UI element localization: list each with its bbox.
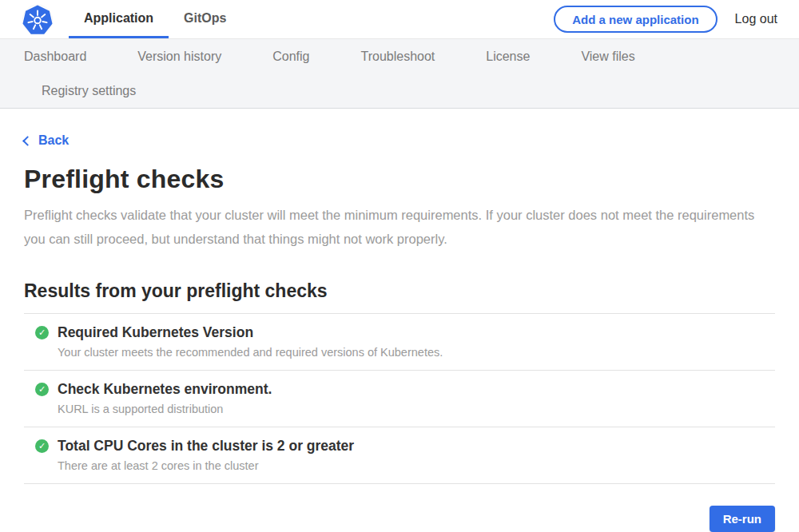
top-nav-right: Add a new application Log out bbox=[554, 0, 779, 38]
subnav-item-version-history[interactable]: Version history bbox=[137, 39, 221, 73]
tab-gitops[interactable]: GitOps bbox=[169, 0, 241, 38]
check-passed-icon: ✓ bbox=[35, 439, 49, 453]
check-item-title: Required Kubernetes Version bbox=[58, 324, 253, 341]
subnav-item-dashboard[interactable]: Dashboard bbox=[24, 39, 86, 73]
check-item-kubernetes-version: ✓ Required Kubernetes Version Your clust… bbox=[24, 313, 775, 370]
check-item-header: ✓ Required Kubernetes Version bbox=[35, 324, 775, 341]
check-passed-icon: ✓ bbox=[35, 326, 49, 339]
subnav-item-config[interactable]: Config bbox=[272, 39, 309, 73]
back-link[interactable]: Back bbox=[24, 133, 69, 148]
subnav-item-registry-settings[interactable]: Registry settings bbox=[42, 73, 136, 108]
tab-application[interactable]: Application bbox=[69, 0, 169, 38]
check-item-title: Total CPU Cores in the cluster is 2 or g… bbox=[58, 438, 354, 455]
check-item-detail: There are at least 2 cores in the cluste… bbox=[58, 459, 775, 472]
check-item-header: ✓ Total CPU Cores in the cluster is 2 or… bbox=[35, 438, 775, 455]
check-item-title: Check Kubernetes environment. bbox=[58, 381, 272, 398]
preflight-check-list: ✓ Required Kubernetes Version Your clust… bbox=[24, 313, 775, 484]
footer-actions: Re-run bbox=[24, 506, 775, 532]
add-new-application-button[interactable]: Add a new application bbox=[554, 6, 717, 33]
app-sub-navigation: Dashboard Version history Config Trouble… bbox=[0, 39, 799, 109]
results-heading: Results from your preflight checks bbox=[24, 280, 775, 302]
logout-link[interactable]: Log out bbox=[733, 12, 779, 26]
check-passed-icon: ✓ bbox=[35, 383, 49, 396]
check-item-cpu-cores: ✓ Total CPU Cores in the cluster is 2 or… bbox=[24, 427, 775, 484]
subnav-item-troubleshoot[interactable]: Troubleshoot bbox=[360, 39, 435, 73]
page-description: Preflight checks validate that your clus… bbox=[24, 203, 757, 251]
subnav-item-license[interactable]: License bbox=[486, 39, 530, 73]
main-content: Back Preflight checks Preflight checks v… bbox=[0, 109, 799, 532]
page-title: Preflight checks bbox=[24, 165, 775, 194]
chevron-left-icon bbox=[22, 136, 33, 146]
check-item-detail: KURL is a supported distribution bbox=[58, 403, 775, 415]
subnav-item-view-files[interactable]: View files bbox=[581, 39, 634, 73]
check-item-detail: Your cluster meets the recommended and r… bbox=[58, 346, 775, 359]
kubernetes-logo-icon bbox=[22, 4, 53, 34]
check-item-header: ✓ Check Kubernetes environment. bbox=[35, 381, 775, 398]
top-navigation-bar: Application GitOps Add a new application… bbox=[0, 0, 799, 39]
rerun-button[interactable]: Re-run bbox=[710, 506, 775, 532]
kubernetes-logo bbox=[22, 0, 53, 38]
back-link-label: Back bbox=[38, 133, 69, 148]
check-item-kubernetes-environment: ✓ Check Kubernetes environment. KURL is … bbox=[24, 370, 775, 427]
